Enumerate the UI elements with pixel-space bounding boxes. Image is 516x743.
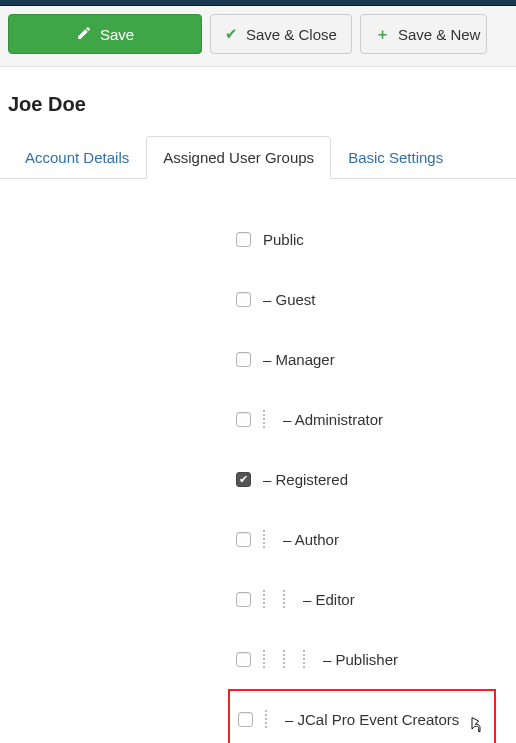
save-new-label: Save & New — [398, 26, 481, 43]
group-checkbox[interactable] — [236, 232, 251, 247]
save-close-button[interactable]: ✔ Save & Close — [210, 14, 352, 54]
group-row: – Manager — [8, 329, 508, 389]
group-label: – Manager — [263, 351, 335, 368]
page-title: Joe Doe — [0, 67, 516, 120]
group-label: – Author — [283, 531, 339, 548]
group-label: Public — [263, 231, 304, 248]
group-label: – Administrator — [283, 411, 383, 428]
tab-assigned-user-groups[interactable]: Assigned User Groups — [146, 136, 331, 179]
group-row: – Administrator — [8, 389, 508, 449]
group-checkbox[interactable] — [236, 412, 251, 427]
user-groups-list: Public– Guest– Manager– Administrator✔– … — [0, 179, 516, 743]
tabs: Account Details Assigned User Groups Bas… — [0, 120, 516, 179]
tab-basic-settings[interactable]: Basic Settings — [331, 136, 460, 179]
tree-indent-icon — [283, 650, 285, 668]
check-icon: ✔ — [225, 25, 238, 43]
tree-indent-icon — [283, 590, 285, 608]
group-row: ✔– Registered — [8, 449, 508, 509]
group-row: – JCal Pro Event Creators — [228, 689, 496, 743]
group-label: – Registered — [263, 471, 348, 488]
tree-indent-icon — [263, 410, 265, 428]
save-new-button[interactable]: ＋ Save & New — [360, 14, 488, 54]
tab-account-details[interactable]: Account Details — [8, 136, 146, 179]
group-checkbox[interactable] — [238, 712, 253, 727]
group-row: Public — [8, 209, 508, 269]
group-row: – Publisher — [8, 629, 508, 689]
tree-indent-icon — [263, 650, 265, 668]
group-label: – JCal Pro Event Creators — [285, 711, 459, 728]
tree-indent-icon — [303, 650, 305, 668]
save-button-label: Save — [100, 26, 134, 43]
pointer-cursor-icon — [468, 715, 484, 735]
group-label: – Guest — [263, 291, 316, 308]
group-row: – Guest — [8, 269, 508, 329]
group-checkbox[interactable] — [236, 652, 251, 667]
group-checkbox[interactable] — [236, 352, 251, 367]
tree-indent-icon — [263, 590, 265, 608]
group-label: – Publisher — [323, 651, 398, 668]
group-checkbox[interactable] — [236, 592, 251, 607]
group-checkbox[interactable] — [236, 292, 251, 307]
toolbar: Save ✔ Save & Close ＋ Save & New — [0, 6, 516, 67]
group-checkbox[interactable]: ✔ — [236, 472, 251, 487]
save-button[interactable]: Save — [8, 14, 202, 54]
tree-indent-icon — [263, 530, 265, 548]
group-row: – Author — [8, 509, 508, 569]
group-checkbox[interactable] — [236, 532, 251, 547]
group-label: – Editor — [303, 591, 355, 608]
save-icon — [76, 25, 92, 44]
save-close-label: Save & Close — [246, 26, 337, 43]
plus-icon: ＋ — [375, 25, 390, 44]
tree-indent-icon — [265, 710, 267, 728]
group-row: – Editor — [8, 569, 508, 629]
